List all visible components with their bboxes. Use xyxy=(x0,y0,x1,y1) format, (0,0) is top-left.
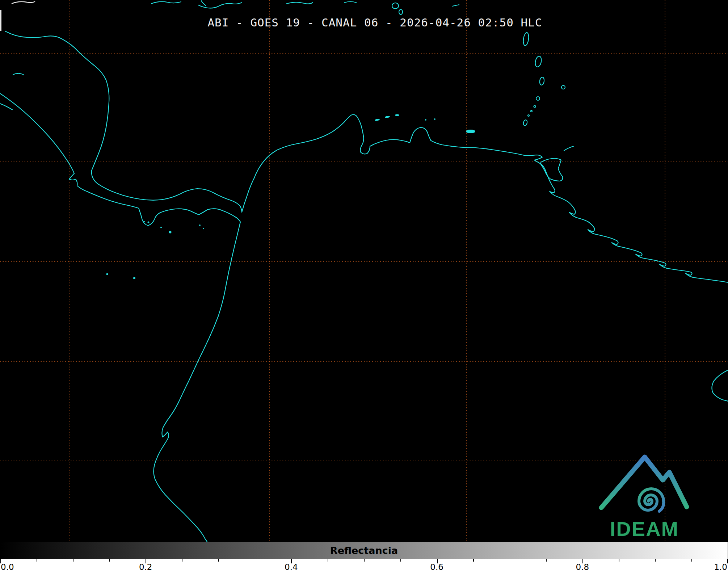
islands-small xyxy=(106,114,476,280)
coastline-northeast-south-america xyxy=(549,179,728,282)
colorbar-tick-label: 0.6 xyxy=(430,562,443,571)
colorbar-minor-tick xyxy=(400,559,401,562)
coastline-central-america-caribbean xyxy=(5,31,242,212)
colorbar-minor-tick xyxy=(691,559,692,562)
satellite-image-viewer: ABI - GOES 19 - CANAL 06 - 2026-04-26 02… xyxy=(0,0,728,571)
colorbar-tick-label: 0.8 xyxy=(576,562,589,571)
colorbar-minor-tick xyxy=(73,559,73,562)
top-left-artifact xyxy=(12,1,35,4)
coastline-fonseca-fragment xyxy=(0,104,12,110)
island-tobago xyxy=(564,146,573,151)
colorbar-minor-tick xyxy=(109,559,110,562)
coastline-top-fragments xyxy=(151,1,459,14)
colorbar-label: Reflectancia xyxy=(330,545,398,556)
left-edge-artifact xyxy=(0,10,1,31)
colorbar-tick-label: 0.2 xyxy=(139,562,152,571)
colorbar-minor-tick xyxy=(510,559,510,562)
colorbar-minor-tick xyxy=(364,559,365,562)
ideam-logo-text: IDEAM xyxy=(610,517,679,541)
colorbar: Reflectancia xyxy=(0,542,728,559)
colorbar-minor-tick xyxy=(655,559,656,562)
colorbar-minor-tick xyxy=(37,559,37,562)
coastline-right-edge-fragment xyxy=(712,370,728,401)
coastline-caribbean-south-america xyxy=(242,115,549,212)
ideam-logo: IDEAM xyxy=(596,450,693,540)
coastline-central-america-pacific xyxy=(0,93,240,226)
map-edge-artifacts xyxy=(0,1,35,31)
coastline-left-fragment xyxy=(13,74,24,75)
satellite-map: ABI - GOES 19 - CANAL 06 - 2026-04-26 02… xyxy=(0,0,728,542)
colorbar-tick-label: 1.0 xyxy=(714,562,727,571)
coastline-pacific-south-america xyxy=(153,222,240,542)
colorbar-minor-tick xyxy=(328,559,328,562)
image-title: ABI - GOES 19 - CANAL 06 - 2026-04-26 02… xyxy=(207,16,542,29)
colorbar-minor-tick xyxy=(218,559,219,562)
colorbar-axis: 0.00.20.40.60.81.0 xyxy=(0,559,728,571)
colorbar-minor-tick xyxy=(546,559,547,562)
logo-cyclone-swirl-icon xyxy=(639,489,664,511)
colorbar-tick-label: 0.0 xyxy=(1,562,14,571)
colorbar-minor-tick xyxy=(619,559,619,562)
colorbar-minor-tick xyxy=(255,559,256,562)
islands-lesser-antilles xyxy=(523,32,565,126)
colorbar-tick-label: 0.4 xyxy=(285,562,298,571)
colorbar-minor-tick xyxy=(182,559,183,562)
colorbar-minor-tick xyxy=(473,559,474,562)
